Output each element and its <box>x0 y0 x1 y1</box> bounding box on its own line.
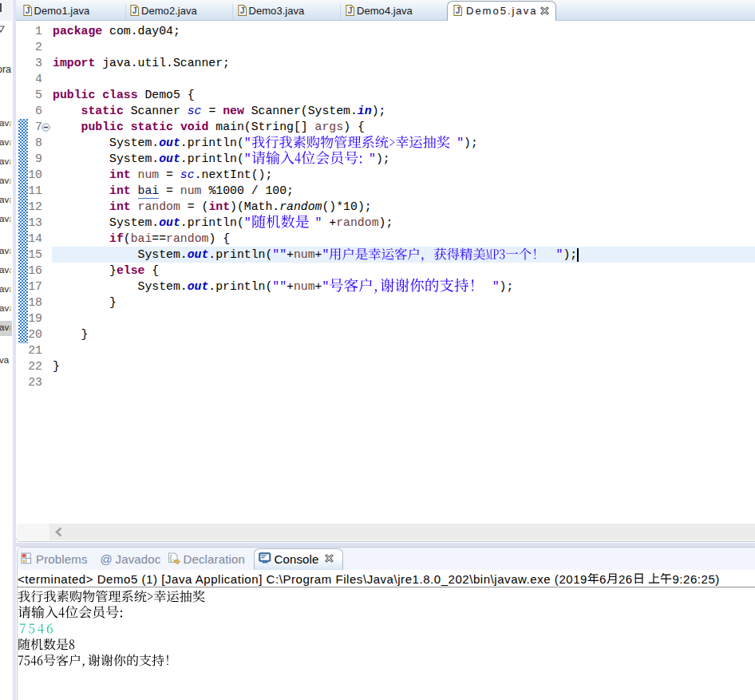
svg-text:{..: {.. <box>170 553 176 561</box>
svg-text:J: J <box>239 6 244 15</box>
svg-text:J: J <box>25 6 30 15</box>
svg-text:J: J <box>456 6 461 15</box>
svg-text:J: J <box>348 6 353 15</box>
svg-text:J: J <box>132 6 137 15</box>
